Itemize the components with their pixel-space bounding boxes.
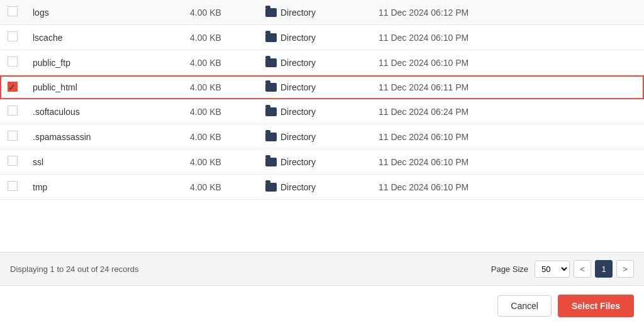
type-label: Directory	[280, 157, 316, 167]
action-bar: Cancel Select Files	[0, 286, 644, 326]
size-cell: 4.00 KB	[182, 50, 258, 75]
folder-icon	[265, 33, 277, 42]
type-label: Directory	[280, 33, 316, 43]
size-cell: 4.00 KB	[182, 75, 258, 99]
table-row[interactable]: .spamassassin 4.00 KB Directory 11 Dec 2…	[0, 124, 644, 149]
checkbox-cell[interactable]	[0, 50, 25, 75]
date-cell: 11 Dec 2024 06:11 PM	[371, 75, 644, 99]
name-cell: logs	[25, 0, 182, 25]
checkbox-cell[interactable]	[0, 149, 25, 175]
name-cell: lscache	[25, 25, 182, 50]
folder-icon	[265, 133, 277, 141]
folder-icon	[265, 183, 277, 192]
next-page-button[interactable]: >	[616, 260, 634, 278]
name-cell: ssl	[25, 149, 182, 175]
size-cell: 4.00 KB	[182, 25, 258, 50]
name-cell: tmp	[25, 175, 182, 200]
folder-icon	[265, 158, 277, 166]
checkbox-cell[interactable]	[0, 175, 25, 200]
type-cell: Directory	[258, 149, 371, 175]
type-cell: Directory	[258, 75, 371, 99]
file-table-container: logs 4.00 KB Directory 11 Dec 2024 06:12…	[0, 0, 644, 253]
row-checkbox[interactable]	[8, 181, 18, 191]
table-row[interactable]: tmp 4.00 KB Directory 11 Dec 2024 06:10 …	[0, 175, 644, 200]
current-page-button[interactable]: 1	[595, 260, 613, 278]
cancel-button[interactable]: Cancel	[497, 295, 552, 317]
date-cell: 11 Dec 2024 06:10 PM	[371, 50, 644, 75]
checkbox-cell[interactable]	[0, 124, 25, 149]
checkbox-cell[interactable]	[0, 99, 25, 124]
table-row[interactable]: ssl 4.00 KB Directory 11 Dec 2024 06:10 …	[0, 149, 644, 175]
pagination: Page Size 25 50 100 < 1 >	[491, 260, 634, 278]
type-cell: Directory	[258, 0, 371, 25]
row-checkbox[interactable]: ✓	[8, 82, 18, 92]
row-checkbox[interactable]	[8, 57, 18, 67]
name-cell: public_html	[25, 75, 182, 99]
name-cell: public_ftp	[25, 50, 182, 75]
table-row[interactable]: public_ftp 4.00 KB Directory 11 Dec 2024…	[0, 50, 644, 75]
page-size-label: Page Size	[491, 264, 528, 274]
page-size-select[interactable]: 25 50 100	[535, 261, 570, 278]
size-cell: 4.00 KB	[182, 149, 258, 175]
date-cell: 11 Dec 2024 06:10 PM	[371, 124, 644, 149]
prev-page-button[interactable]: <	[574, 260, 591, 278]
type-cell: Directory	[258, 50, 371, 75]
folder-icon	[265, 83, 277, 92]
table-row[interactable]: ✓ public_html 4.00 KB Directory 11 Dec 2…	[0, 75, 644, 99]
date-cell: 11 Dec 2024 06:10 PM	[371, 25, 644, 50]
folder-icon	[265, 107, 277, 116]
type-label: Directory	[280, 8, 316, 18]
table-row[interactable]: lscache 4.00 KB Directory 11 Dec 2024 06…	[0, 25, 644, 50]
row-checkbox[interactable]	[8, 156, 18, 166]
row-checkbox[interactable]	[8, 131, 18, 141]
type-cell: Directory	[258, 25, 371, 50]
name-cell: .spamassassin	[25, 124, 182, 149]
row-checkbox[interactable]	[8, 106, 18, 116]
folder-icon	[265, 8, 277, 17]
folder-icon	[265, 58, 277, 67]
size-cell: 4.00 KB	[182, 99, 258, 124]
checkbox-cell[interactable]	[0, 0, 25, 25]
select-files-button[interactable]: Select Files	[558, 295, 634, 317]
type-label: Directory	[280, 107, 316, 117]
size-cell: 4.00 KB	[182, 0, 258, 25]
footer-bar: Displaying 1 to 24 out of 24 records Pag…	[0, 253, 644, 286]
date-cell: 11 Dec 2024 06:10 PM	[371, 149, 644, 175]
date-cell: 11 Dec 2024 06:12 PM	[371, 0, 644, 25]
records-info: Displaying 1 to 24 out of 24 records	[10, 264, 139, 274]
table-row[interactable]: .softaculous 4.00 KB Directory 11 Dec 20…	[0, 99, 644, 124]
type-label: Directory	[280, 182, 316, 192]
row-checkbox[interactable]	[8, 6, 18, 16]
file-table: logs 4.00 KB Directory 11 Dec 2024 06:12…	[0, 0, 644, 200]
row-checkbox[interactable]	[8, 31, 18, 41]
checkbox-cell[interactable]	[0, 25, 25, 50]
type-cell: Directory	[258, 175, 371, 200]
size-cell: 4.00 KB	[182, 175, 258, 200]
type-label: Directory	[280, 82, 316, 92]
date-cell: 11 Dec 2024 06:24 PM	[371, 99, 644, 124]
date-cell: 11 Dec 2024 06:10 PM	[371, 175, 644, 200]
checkbox-cell[interactable]: ✓	[0, 75, 25, 99]
type-label: Directory	[280, 132, 316, 142]
type-cell: Directory	[258, 99, 371, 124]
type-label: Directory	[280, 58, 316, 68]
type-cell: Directory	[258, 124, 371, 149]
table-row[interactable]: logs 4.00 KB Directory 11 Dec 2024 06:12…	[0, 0, 644, 25]
size-cell: 4.00 KB	[182, 124, 258, 149]
name-cell: .softaculous	[25, 99, 182, 124]
